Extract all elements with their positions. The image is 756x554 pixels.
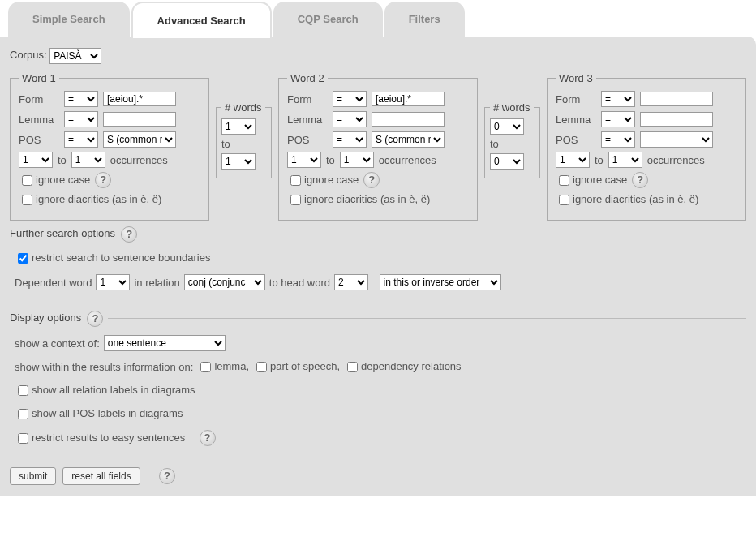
tab-advanced-search[interactable]: Advanced Search (131, 2, 272, 38)
w1-occ-to[interactable]: 1 (71, 152, 105, 168)
w1-form-label: Form (19, 93, 59, 105)
w2-ignore-diac[interactable] (290, 195, 301, 205)
w1-lemma-label: Lemma (19, 114, 59, 126)
w3-lemma-input[interactable] (640, 112, 713, 127)
corpus-select[interactable]: PAISÀ (49, 48, 101, 64)
dep-word-select[interactable]: 1 (96, 274, 130, 290)
between-1-to[interactable]: 1 (221, 153, 256, 170)
w2-lemma-op[interactable]: = (333, 111, 367, 127)
w3-pos-op[interactable]: = (601, 131, 635, 148)
info-dep-checkbox[interactable] (347, 362, 358, 372)
restrict-sentence-checkbox[interactable] (18, 253, 28, 264)
w2-form-input[interactable] (372, 92, 445, 106)
w1-occ-from[interactable]: 1 (19, 152, 53, 168)
w1-form-op[interactable]: = (64, 91, 98, 107)
restrict-easy-checkbox[interactable] (18, 433, 28, 444)
info-lemma-checkbox[interactable] (200, 362, 211, 372)
w3-occ-from[interactable]: 1 (556, 152, 590, 168)
context-select[interactable]: one sentence (104, 335, 226, 351)
word-2-box: Word 2 Form = Lemma = POS = S (common n … (278, 72, 478, 221)
help-icon[interactable]: ? (363, 172, 380, 188)
w3-occ-to[interactable]: 1 (608, 152, 642, 168)
w2-pos-select[interactable]: S (common n (372, 131, 445, 148)
w2-pos-op[interactable]: = (333, 131, 367, 148)
w2-ignore-case[interactable] (290, 175, 301, 186)
w3-pos-select[interactable] (640, 131, 713, 148)
tab-cqp-search[interactable]: CQP Search (273, 2, 383, 38)
between-1-legend: # words (221, 101, 265, 114)
w1-occ-to-label: to (58, 154, 67, 166)
w1-form-input[interactable] (103, 92, 176, 106)
w3-lemma-op[interactable]: = (601, 111, 635, 127)
corpus-label: Corpus: (10, 49, 47, 61)
help-icon[interactable]: ? (87, 311, 103, 327)
tab-simple-search[interactable]: Simple Search (8, 2, 130, 38)
help-icon[interactable]: ? (159, 468, 175, 484)
between-1-to-label: to (221, 138, 266, 150)
w1-ignore-case[interactable] (22, 175, 32, 186)
word-2-legend: Word 2 (287, 72, 328, 84)
dep-word-label: Dependent word (15, 277, 92, 289)
order-select[interactable]: in this or inverse order (380, 274, 501, 290)
reset-button[interactable]: reset all fields (62, 467, 140, 485)
between-2-legend: # words (490, 101, 534, 114)
show-relation-labels-checkbox[interactable] (18, 385, 28, 396)
word-1-legend: Word 1 (19, 72, 59, 84)
w3-ignore-diac[interactable] (559, 195, 569, 205)
word-3-box: Word 3 Form = Lemma = POS = 1 to 1 occur… (547, 72, 746, 221)
w1-lemma-op[interactable]: = (64, 111, 98, 127)
submit-button[interactable]: submit (10, 467, 56, 485)
info-on-label: show within the results information on: (15, 361, 193, 373)
help-icon[interactable]: ? (200, 430, 216, 446)
help-icon[interactable]: ? (632, 172, 648, 188)
w1-ignore-diac[interactable] (22, 195, 32, 205)
between-2-to[interactable]: 0 (490, 153, 524, 170)
w3-ignore-case[interactable] (559, 175, 569, 186)
info-pos-checkbox[interactable] (256, 362, 267, 372)
between-2-box: # words 0 to 0 (484, 101, 540, 178)
show-pos-labels-checkbox[interactable] (18, 409, 28, 419)
w2-form-op[interactable]: = (333, 91, 367, 107)
w1-pos-select[interactable]: S (common n (103, 131, 176, 148)
w1-pos-label: POS (19, 134, 59, 146)
further-legend: Further search options (10, 227, 115, 239)
w1-occ-label: occurrences (110, 154, 168, 166)
context-label: show a context of: (15, 337, 100, 350)
between-2-from[interactable]: 0 (490, 118, 524, 135)
display-legend: Display options (10, 311, 81, 324)
help-icon[interactable]: ? (121, 226, 137, 243)
w2-lemma-input[interactable] (372, 112, 445, 127)
tab-filters[interactable]: Filters (384, 2, 465, 38)
w2-occ-from[interactable]: 1 (287, 152, 321, 168)
relation-select[interactable]: conj (conjunc (184, 274, 265, 290)
word-1-box: Word 1 Form = Lemma = POS = S (common n … (10, 72, 209, 221)
w3-form-op[interactable]: = (601, 91, 635, 107)
w3-form-input[interactable] (640, 92, 713, 106)
word-3-legend: Word 3 (556, 72, 596, 84)
w1-lemma-input[interactable] (103, 112, 176, 127)
w1-pos-op[interactable]: = (64, 131, 98, 148)
head-word-select[interactable]: 2 (334, 274, 368, 290)
between-1-box: # words 1 to 1 (216, 101, 272, 178)
help-icon[interactable]: ? (95, 172, 111, 188)
w2-occ-to[interactable]: 1 (340, 152, 374, 168)
between-1-from[interactable]: 1 (221, 118, 256, 135)
